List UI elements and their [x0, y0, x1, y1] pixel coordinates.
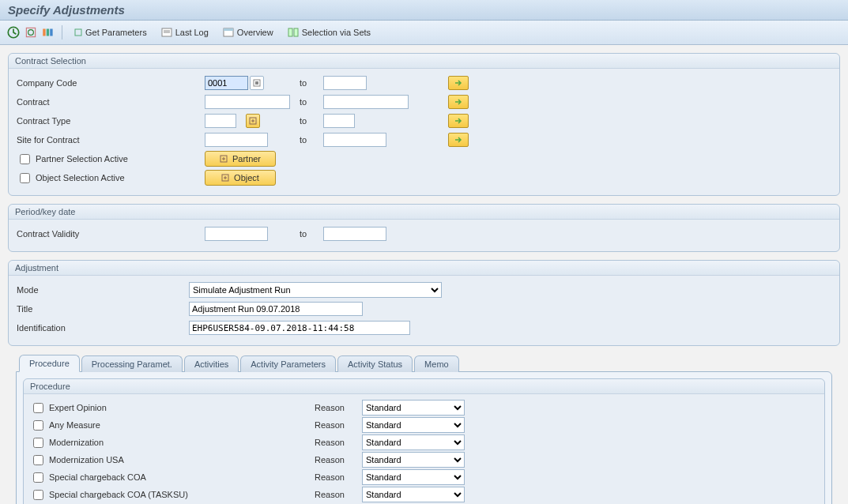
execute-icon[interactable] — [6, 25, 21, 39]
validity-from-input[interactable] — [205, 227, 268, 241]
overview-label: Overview — [237, 28, 273, 37]
svg-rect-11 — [224, 28, 233, 31]
procedure-row: Any MeasureReasonStandard — [30, 416, 818, 434]
identification-label: Identification — [15, 323, 189, 333]
last-log-button[interactable]: Last Log — [156, 25, 214, 39]
tab-activity-status[interactable]: Activity Status — [337, 355, 413, 372]
tab-memo[interactable]: Memo — [414, 355, 459, 372]
procedure-checkbox[interactable]: Expert Opinion — [30, 401, 107, 416]
procedure-item-label: Modernization USA — [49, 455, 124, 465]
svg-rect-5 — [50, 29, 52, 36]
get-parameters-button[interactable]: Get Parameters — [69, 25, 153, 39]
procedure-checkbox[interactable]: Special chargeback COA — [30, 470, 146, 485]
site-multisel-button[interactable] — [448, 133, 469, 147]
selection-via-sets-label: Selection via Sets — [302, 28, 371, 37]
last-log-label: Last Log — [175, 28, 209, 37]
procedure-item-label: Special chargeback COA — [49, 472, 146, 482]
variant-icon[interactable] — [41, 25, 55, 39]
procedure-item-label: Special chargeback COA (TASKSU) — [49, 490, 188, 499]
tab-processing-paramet[interactable]: Processing Paramet. — [81, 355, 183, 372]
procedure-group-title: Procedure — [24, 379, 824, 394]
tabstrip: Procedure Processing Paramet. Activities… — [19, 354, 840, 371]
procedure-row: Modernization USAReasonStandard — [30, 451, 818, 468]
site-from-input[interactable] — [205, 133, 268, 147]
site-to-input[interactable] — [323, 133, 386, 147]
selection-via-sets-button[interactable]: Selection via Sets — [282, 25, 376, 39]
contract-type-from-input[interactable] — [205, 114, 236, 128]
contract-type-label: Contract Type — [15, 116, 205, 126]
contract-type-multisel-button[interactable] — [448, 114, 469, 128]
app-toolbar: Get Parameters Last Log Overview Selecti… — [0, 21, 848, 45]
procedure-row: Expert OpinionReasonStandard — [30, 399, 818, 416]
svg-rect-15 — [255, 81, 258, 85]
procedure-item-label: Modernization — [49, 438, 104, 447]
adjustment-group: Adjustment Mode Simulate Adjustment Run … — [8, 260, 840, 346]
contract-to-input[interactable] — [323, 95, 409, 109]
title-input[interactable] — [189, 302, 363, 316]
svg-rect-12 — [288, 28, 292, 36]
reason-select[interactable]: Standard — [362, 400, 465, 416]
to-label: to — [300, 116, 323, 126]
period-title: Period/key date — [9, 205, 839, 220]
reason-select[interactable]: Standard — [362, 434, 465, 450]
object-selection-checkbox[interactable]: Object Selection Active — [17, 171, 125, 186]
svg-rect-3 — [43, 29, 45, 36]
procedure-checkbox[interactable]: Special chargeback COA (TASKSU) — [30, 487, 188, 502]
site-label: Site for Contract — [15, 135, 205, 145]
reason-label: Reason — [315, 472, 362, 482]
tab-procedure[interactable]: Procedure — [19, 355, 80, 372]
reason-label: Reason — [315, 403, 362, 412]
partner-button[interactable]: Partner — [205, 151, 276, 167]
reason-select[interactable]: Standard — [362, 452, 465, 468]
reason-label: Reason — [315, 420, 362, 430]
contract-type-f4-button[interactable] — [246, 114, 260, 128]
validity-to-input[interactable] — [323, 227, 386, 241]
adjustment-title: Adjustment — [9, 261, 839, 276]
procedure-row: ModernizationReasonStandard — [30, 434, 818, 451]
svg-rect-4 — [47, 29, 49, 36]
contract-selection-group: Contract Selection Company Code to Contr… — [8, 53, 840, 196]
procedure-checkbox[interactable]: Any Measure — [30, 418, 100, 433]
object-selection-label: Object Selection Active — [36, 173, 125, 182]
procedure-checkbox[interactable]: Modernization — [30, 435, 104, 450]
procedure-panel: Procedure Expert OpinionReasonStandardAn… — [16, 371, 832, 504]
get-parameters-label: Get Parameters — [85, 28, 147, 37]
page-title: Specify Adjustments — [0, 0, 848, 21]
overview-button[interactable]: Overview — [217, 25, 279, 39]
partner-selection-label: Partner Selection Active — [36, 154, 128, 164]
company-code-f4-icon[interactable] — [250, 76, 264, 90]
object-button[interactable]: Object — [205, 170, 276, 186]
procedure-row: Special chargeback COAReasonStandard — [30, 468, 818, 486]
contract-multisel-button[interactable] — [448, 95, 469, 109]
mode-label: Mode — [15, 285, 189, 295]
mode-select[interactable]: Simulate Adjustment Run — [189, 282, 442, 298]
to-label: to — [300, 135, 323, 145]
svg-rect-6 — [75, 29, 81, 36]
tab-activities[interactable]: Activities — [184, 355, 239, 372]
tab-activity-parameters[interactable]: Activity Parameters — [240, 355, 336, 372]
period-group: Period/key date Contract Validity to — [8, 204, 840, 252]
company-code-to-input[interactable] — [323, 76, 367, 90]
title-label: Title — [15, 304, 189, 314]
reason-label: Reason — [315, 455, 362, 465]
contract-type-to-input[interactable] — [323, 114, 355, 128]
toolbar-separator — [62, 25, 62, 39]
execute-print-icon[interactable] — [24, 25, 38, 39]
reason-select[interactable]: Standard — [362, 417, 465, 433]
procedure-item-label: Any Measure — [49, 420, 100, 430]
svg-point-2 — [28, 30, 34, 36]
reason-label: Reason — [315, 438, 362, 447]
object-button-label: Object — [234, 173, 259, 182]
procedure-checkbox[interactable]: Modernization USA — [30, 453, 124, 468]
reason-label: Reason — [315, 490, 362, 499]
contract-from-input[interactable] — [205, 95, 290, 109]
partner-selection-checkbox[interactable]: Partner Selection Active — [17, 152, 128, 167]
reason-select[interactable]: Standard — [362, 487, 465, 502]
to-label: to — [300, 97, 323, 107]
reason-select[interactable]: Standard — [362, 469, 465, 485]
company-code-multisel-button[interactable] — [448, 76, 469, 90]
company-code-label: Company Code — [15, 78, 205, 88]
company-code-from-input[interactable] — [205, 76, 248, 90]
svg-rect-13 — [294, 28, 298, 36]
procedure-group: Procedure Expert OpinionReasonStandardAn… — [23, 378, 825, 504]
